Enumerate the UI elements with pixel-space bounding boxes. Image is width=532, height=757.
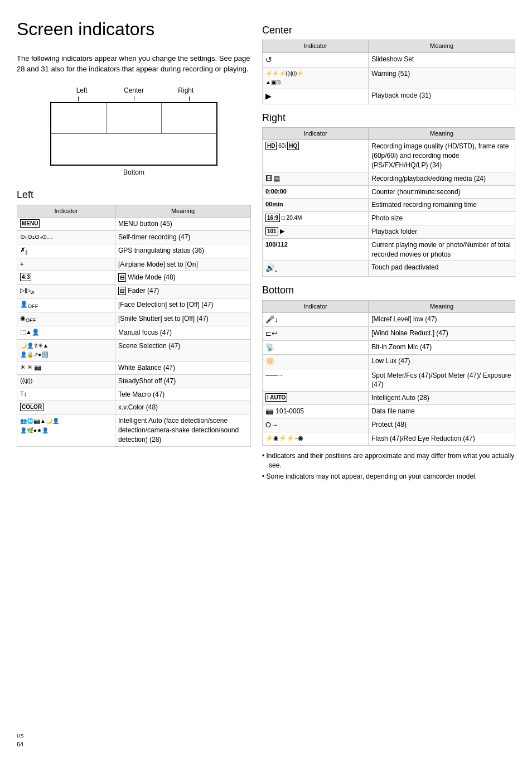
indicator-cell: ⊙₀⊙₂⊙₄⊙… [17, 230, 115, 244]
table-row: MENU MENU button (45) [17, 217, 251, 230]
right-section: Right Indicator Meaning HD 60i HQ Record… [262, 111, 515, 277]
meaning-cell: Recording image quality (HD/STD), frame … [369, 140, 515, 172]
table-row: i AUTO Intelligent Auto (28) [263, 392, 515, 405]
table-row: O→ Protect (48) [263, 418, 515, 432]
page: Screen indicators The following indicato… [0, 0, 532, 500]
bottom-table: Indicator Meaning 🎤↓ [Micref Level] low … [262, 300, 515, 446]
table-row: ↺ Slideshow Set [263, 52, 515, 67]
meaning-cell: Slideshow Set [369, 52, 515, 67]
indicator-cell: ◉OFF [17, 312, 115, 326]
indicator-cell: 🔊ₒ [263, 261, 369, 277]
meaning-cell: Scene Selection (47) [115, 340, 250, 361]
diagram-center-label: Center [108, 86, 159, 95]
indicator-cell: COLOR [17, 401, 115, 414]
table-row: ⊏↩ [Wind Noise Reduct.] (47) [263, 327, 515, 341]
indicator-cell: 📡 [263, 341, 369, 355]
diagram-left-label: Left [56, 86, 108, 95]
table-row: 🎤↓ [Micref Level] low (47) [263, 312, 515, 326]
table-row: 🔆 Low Lux (47) [263, 355, 515, 369]
table-row: ⚡◉⚡⚡−◉ Flash (47)/Red Eye Reduction (47) [263, 432, 515, 446]
table-row: ⚡⚡⚡((ψ))⚡▲▣⊡ Warning (51) [263, 67, 515, 89]
indicator-cell: i AUTO [263, 392, 369, 405]
meaning-cell: Tele Macro (47) [115, 388, 250, 401]
table-row: T↕ Tele Macro (47) [17, 388, 251, 401]
indicator-cell: 00min [263, 199, 369, 212]
table-row: 📡 Blt-in Zoom Mic (47) [263, 341, 515, 355]
left-section-title: Left [17, 188, 251, 202]
table-row: 0:00:00 Counter (hour:minute:second) [263, 185, 515, 199]
table-row: 100/112 Current playing movie or photo/N… [263, 238, 515, 261]
center-section-title: Center [262, 23, 515, 37]
meaning-cell: Touch pad deactivated [369, 261, 515, 277]
indicator-cell: 🎞 ▤ [263, 172, 369, 185]
indicator-cell: + [17, 258, 115, 271]
indicator-cell: T↕ [17, 388, 115, 401]
meaning-cell: MENU button (45) [115, 217, 250, 230]
meaning-cell: White Balance (47) [115, 361, 250, 375]
table-row: HD 60i HQ Recording image quality (HD/ST… [263, 140, 515, 172]
indicator-cell: 16:9 □ 20.4M [263, 212, 369, 225]
right-section-title: Right [262, 111, 515, 125]
table-row: 16:9 □ 20.4M Photo size [263, 212, 515, 225]
bottom-col-indicator: Indicator [263, 300, 369, 312]
meaning-cell: SteadyShot off (47) [115, 374, 250, 388]
table-row: 👥🌐📷▲🌙👤👤🌿●★👤 Intelligent Auto (face detec… [17, 414, 251, 446]
table-row: 🔊ₒ Touch pad deactivated [263, 261, 515, 277]
center-col-meaning: Meaning [369, 40, 515, 52]
meaning-cell: Low Lux (47) [369, 355, 515, 369]
indicator-cell: ✗‖ [17, 244, 115, 258]
meaning-cell: Photo size [369, 212, 515, 225]
center-col-indicator: Indicator [263, 40, 369, 52]
left-col-indicator: Indicator [17, 205, 115, 217]
bottom-section-title: Bottom [262, 283, 515, 297]
right-table: Indicator Meaning HD 60i HQ Recording im… [262, 127, 515, 277]
meaning-cell: ⊟ Wide Mode (48) [115, 271, 250, 285]
table-row: COLOR x.v.Color (48) [17, 401, 251, 414]
indicator-cell: MENU [17, 217, 115, 230]
table-row: ((ψ)) SteadyShot off (47) [17, 374, 251, 388]
page-number: US 64 [17, 731, 24, 749]
table-row: ☀ ✳ 📷 White Balance (47) [17, 361, 251, 375]
left-table: Indicator Meaning MENU MENU button (45) … [17, 205, 251, 447]
meaning-cell: Data file name [369, 405, 515, 418]
table-row: 🌙👤⇧☀▲👤🔒↗●🔢 Scene Selection (47) [17, 340, 251, 361]
table-row: ▶ Playback mode (31) [263, 89, 515, 104]
indicator-cell: 0:00:00 [263, 185, 369, 199]
indicator-cell: ⬚▲👤 [17, 326, 115, 340]
meaning-cell: Spot Meter/Fcs (47)/Spot Meter (47)/ Exp… [369, 369, 515, 392]
table-row: ⊙₀⊙₂⊙₄⊙… Self-timer recording (47) [17, 230, 251, 244]
meaning-cell: [Wind Noise Reduct.] (47) [369, 327, 515, 341]
meaning-cell: Protect (48) [369, 418, 515, 432]
bottom-section: Bottom Indicator Meaning 🎤↓ [Micref Leve… [262, 283, 515, 446]
diagram: Left Center Right [17, 86, 251, 177]
indicator-cell: HD 60i HQ [263, 140, 369, 172]
meaning-cell: Warning (51) [369, 67, 515, 89]
table-row: 🎞 ▤ Recording/playback/editing media (24… [263, 172, 515, 185]
indicator-cell: ——→ [263, 369, 369, 392]
meaning-cell: Playback folder [369, 225, 515, 238]
table-row: ⬚▲👤 Manual focus (47) [17, 326, 251, 340]
center-section: Center Indicator Meaning ↺ Slideshow Set… [262, 23, 515, 104]
indicator-cell: O→ [263, 418, 369, 432]
meaning-cell: Estimated recording remaining time [369, 199, 515, 212]
indicator-cell: ☀ ✳ 📷 [17, 361, 115, 375]
table-row: 101 ▶ Playback folder [263, 225, 515, 238]
meaning-cell: Intelligent Auto (face detection/scene d… [115, 414, 250, 446]
indicator-cell: 👤OFF [17, 298, 115, 312]
indicator-cell: ⚡◉⚡⚡−◉ [263, 432, 369, 446]
meaning-cell: [Face Detection] set to [Off] (47) [115, 298, 250, 312]
right-col-indicator: Indicator [263, 127, 369, 139]
table-row: 📷 101-0005 Data file name [263, 405, 515, 418]
meaning-cell: Current playing movie or photo/Number of… [369, 238, 515, 261]
meaning-cell: Counter (hour:minute:second) [369, 185, 515, 199]
diagram-bottom-label: Bottom [123, 168, 144, 176]
meaning-cell: Intelligent Auto (28) [369, 392, 515, 405]
right-column: Center Indicator Meaning ↺ Slideshow Set… [262, 17, 515, 484]
meaning-cell: Manual focus (47) [115, 326, 250, 340]
indicator-cell: 100/112 [263, 238, 369, 261]
table-row: + [Airplane Mode] set to [On] [17, 258, 251, 271]
table-row: ▷|▷w ⊟ Fader (47) [17, 285, 251, 298]
left-column: Screen indicators The following indicato… [17, 17, 251, 484]
table-row: 4:3 ⊟ Wide Mode (48) [17, 271, 251, 285]
indicator-cell: 4:3 [17, 271, 115, 285]
